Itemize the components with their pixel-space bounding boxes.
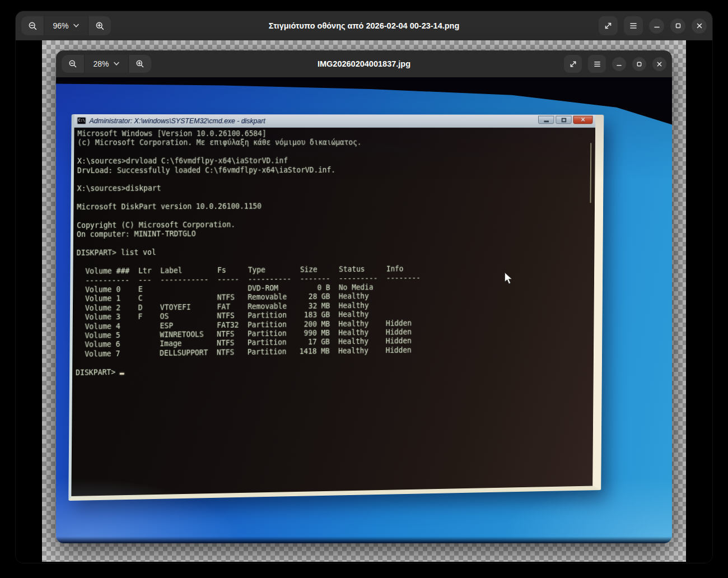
maximize-icon (561, 118, 566, 122)
inner-close-button[interactable] (652, 57, 666, 71)
terminal-output: Microsoft Windows [Version 10.0.26100.65… (72, 128, 595, 379)
outer-window-title: Στιγμιότυπο οθόνης από 2026-02-04 00-23-… (269, 21, 460, 30)
inner-zoom-out-button[interactable] (62, 55, 84, 73)
zoom-level-value: 96% (53, 21, 68, 30)
maximize-icon (636, 61, 642, 67)
outer-zoom-controls: 96% (21, 16, 111, 35)
cmd-close-button[interactable]: ✕ (573, 116, 592, 124)
inner-zoom-level-dropdown[interactable]: 28% (85, 55, 128, 73)
inner-image-viewer-window: 28% IMG2 (56, 50, 672, 543)
close-button[interactable] (692, 18, 707, 34)
fullscreen-icon (569, 60, 577, 68)
cmd-minimize-button[interactable] (538, 116, 554, 124)
outer-image-viewer-window: 96% Στιγμιότυπο οθόνης από 2026-02-04 00… (16, 11, 712, 563)
chevron-down-icon (73, 24, 80, 28)
maximize-button[interactable] (670, 18, 685, 34)
fullscreen-icon (604, 21, 613, 30)
inner-minimize-button[interactable] (612, 57, 626, 71)
close-icon (696, 22, 703, 29)
inner-maximize-button[interactable] (632, 57, 646, 71)
close-icon (656, 61, 662, 67)
inner-headerbar: 28% IMG2 (56, 50, 672, 77)
zoom-in-button[interactable] (88, 16, 111, 35)
cmd-client-area: Microsoft Windows [Version 10.0.26100.65… (71, 128, 595, 496)
mouse-pointer (504, 272, 513, 287)
cmd-prompt-icon: C:\ (77, 117, 86, 124)
hamburger-menu-icon (593, 60, 601, 68)
photo-bottom-edge (56, 537, 672, 543)
zoom-out-icon (68, 59, 77, 68)
zoom-out-button[interactable] (21, 16, 44, 35)
transparency-checkerboard: 28% IMG2 (42, 40, 686, 562)
minimize-icon (616, 61, 622, 67)
inner-window-title: IMG20260204001837.jpg (318, 59, 410, 68)
arrow-cursor-icon (504, 272, 513, 285)
fullscreen-button[interactable] (599, 16, 618, 35)
terminal-cursor (120, 372, 124, 374)
inner-main-menu-button[interactable] (588, 55, 606, 73)
cmd-titlebar: C:\ Administrator: X:\windows\SYSTEM32\c… (74, 114, 596, 128)
outer-viewer-content: 28% IMG2 (16, 40, 712, 563)
inner-zoom-level-value: 28% (93, 59, 109, 68)
inner-fullscreen-button[interactable] (564, 55, 582, 73)
outer-headerbar: 96% Στιγμιότυπο οθόνης από 2026-02-04 00… (16, 11, 712, 40)
zoom-level-dropdown[interactable]: 96% (44, 16, 88, 35)
chevron-down-icon (113, 62, 120, 66)
maximize-icon (675, 22, 682, 29)
zoom-out-icon (28, 21, 38, 31)
cmd-window-title: Administrator: X:\windows\SYSTEM32\cmd.e… (89, 117, 265, 125)
main-menu-button[interactable] (624, 16, 643, 35)
cmd-maximize-button[interactable] (556, 116, 572, 124)
inner-zoom-in-button[interactable] (129, 55, 151, 73)
cmd-window: C:\ Administrator: X:\windows\SYSTEM32\c… (68, 114, 604, 501)
hamburger-menu-icon (629, 22, 638, 30)
minimize-icon (544, 120, 549, 122)
photo-of-monitor: C:\ Administrator: X:\windows\SYSTEM32\c… (56, 77, 672, 543)
minimize-icon (654, 22, 660, 29)
minimize-button[interactable] (649, 18, 664, 34)
inner-zoom-controls: 28% (62, 55, 151, 73)
close-icon: ✕ (581, 117, 586, 123)
zoom-in-icon (95, 21, 105, 31)
zoom-in-icon (136, 59, 144, 68)
